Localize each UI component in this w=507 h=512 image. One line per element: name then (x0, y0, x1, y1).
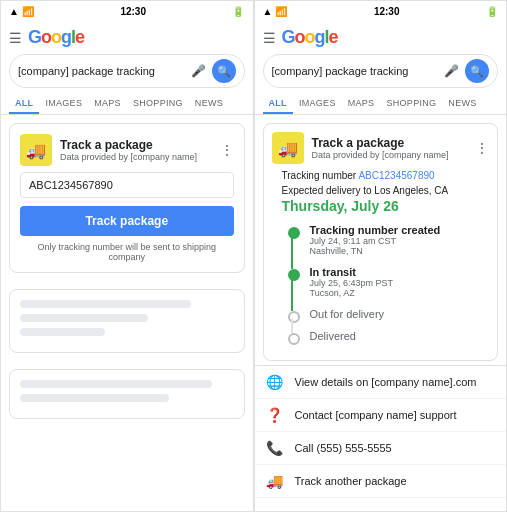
ph-line-1 (20, 300, 191, 308)
tab-shopping-right[interactable]: SHOPPING (380, 94, 442, 114)
mic-icon-right[interactable]: 🎤 (444, 64, 459, 78)
time-right: 12:30 (374, 6, 400, 17)
timeline-step-detail-2b: Tucson, AZ (310, 288, 480, 298)
tab-maps-left[interactable]: MAPS (88, 94, 127, 114)
search-input-right[interactable] (272, 65, 439, 77)
logo-o2-r: o (305, 27, 315, 48)
card-title-right: Track a package (312, 136, 449, 150)
action-text-3: Call (555) 555-5555 (295, 442, 392, 454)
tab-images-right[interactable]: IMAGES (293, 94, 342, 114)
logo-g2-r: g (315, 27, 325, 48)
more-icon-right[interactable]: ⋮ (475, 140, 489, 156)
timeline-item-created: Tracking number created July 24, 9:11 am… (298, 224, 480, 256)
status-icons-right-right: 🔋 (486, 6, 498, 17)
placeholder-card-1 (9, 289, 245, 353)
hamburger-icon-right[interactable]: ☰ (263, 30, 276, 46)
status-icons-right-left: ▲ 📶 (263, 6, 288, 17)
card-title-block-left: Track a package Data provided by [compan… (60, 138, 197, 162)
timeline-step-title-3: Out for delivery (310, 308, 480, 320)
tracking-number-row: Tracking number ABC1234567890 (282, 170, 480, 181)
google-logo-right: Google (282, 27, 338, 48)
timeline-step-detail-1b: Nashville, TN (310, 246, 480, 256)
card-title-block-right: Track a package Data provided by [compan… (312, 136, 449, 160)
tab-maps-right[interactable]: MAPS (342, 94, 381, 114)
action-call[interactable]: 📞 Call (555) 555-5555 (255, 432, 507, 465)
search-button-right[interactable]: 🔍 (465, 59, 489, 83)
timeline-item-transit: In transit July 25, 6:43pm PST Tucson, A… (298, 266, 480, 298)
search-bar-right: 🎤 🔍 (263, 54, 499, 88)
card-header-right: 🚚 Track a package Data provided by [comp… (272, 132, 490, 164)
timeline-step-detail-2a: July 25, 6:43pm PST (310, 278, 480, 288)
phone-icon: 📞 (265, 440, 285, 456)
truck-icon: 🚚 (20, 134, 52, 166)
track-note: Only tracking number will be sent to shi… (20, 242, 234, 262)
action-text-4: Track another package (295, 475, 407, 487)
action-contact-support[interactable]: ❓ Contact [company name] support (255, 399, 507, 432)
status-bar-left: ▲ 📶 12:30 🔋 (1, 1, 253, 21)
logo-o1-r: o (295, 27, 305, 48)
action-text-1: View details on [company name].com (295, 376, 477, 388)
right-panel: ▲ 📶 12:30 🔋 ☰ Google 🎤 🔍 ALL IMAGES MAPS (254, 0, 508, 512)
logo-o2: o (51, 27, 61, 48)
track-card-right: 🚚 Track a package Data provided by [comp… (263, 123, 499, 361)
card-header-left: 🚚 Track a package Data provided by [comp… (20, 134, 234, 166)
help-icon: ❓ (265, 407, 285, 423)
logo-o1: o (41, 27, 51, 48)
tracking-info: Tracking number ABC1234567890 Expected d… (272, 170, 490, 342)
card-header-info: 🚚 Track a package Data provided by [comp… (20, 134, 197, 166)
action-list: 🌐 View details on [company name].com ❓ C… (255, 365, 507, 498)
time-left: 12:30 (120, 6, 146, 17)
card-subtitle-right: Data provided by [company name] (312, 150, 449, 160)
track-package-button[interactable]: Track package (20, 206, 234, 236)
tab-news-right[interactable]: NEWS (442, 94, 482, 114)
tab-images-left[interactable]: IMAGES (39, 94, 88, 114)
tracking-number-link[interactable]: ABC1234567890 (358, 170, 434, 181)
logo-g2: g (61, 27, 71, 48)
status-icons-left: ▲ 📶 (9, 6, 34, 17)
status-icons-right: 🔋 (232, 6, 244, 17)
left-panel: ▲ 📶 12:30 🔋 ☰ Google 🎤 🔍 ALL IMAGES MAPS (0, 0, 254, 512)
ph-line-3 (20, 328, 105, 336)
logo-e-r: e (329, 27, 338, 48)
timeline-item-delivered: Delivered (298, 330, 480, 342)
search-input-left[interactable] (18, 65, 185, 77)
nav-tabs-right: ALL IMAGES MAPS SHOPPING NEWS (255, 94, 507, 115)
ph-line-2 (20, 314, 148, 322)
more-icon-left[interactable]: ⋮ (220, 142, 234, 158)
timeline-step-title-4: Delivered (310, 330, 480, 342)
placeholder-card-2 (9, 369, 245, 419)
logo-e: e (75, 27, 84, 48)
ph-line-5 (20, 394, 169, 402)
google-logo-left: Google (28, 27, 84, 48)
tab-news-left[interactable]: NEWS (189, 94, 229, 114)
tracking-timeline: Tracking number created July 24, 9:11 am… (282, 224, 480, 342)
logo-g: G (28, 27, 41, 48)
delivery-label: Expected delivery to Los Angeles, CA (282, 185, 480, 196)
track-card-left: 🚚 Track a package Data provided by [comp… (9, 123, 245, 273)
card-subtitle-left: Data provided by [company name] (60, 152, 197, 162)
timeline-item-out-delivery: Out for delivery (298, 308, 480, 320)
ph-line-4 (20, 380, 212, 388)
search-button-left[interactable]: 🔍 (212, 59, 236, 83)
battery-icon: 🔋 (232, 6, 244, 17)
timeline-step-title-2: In transit (310, 266, 480, 278)
action-track-another[interactable]: 🚚 Track another package (255, 465, 507, 498)
action-view-details[interactable]: 🌐 View details on [company name].com (255, 366, 507, 399)
tab-shopping-left[interactable]: SHOPPING (127, 94, 189, 114)
card-title-left: Track a package (60, 138, 197, 152)
signal-icon-right: 📶 (275, 6, 287, 17)
tab-all-left[interactable]: ALL (9, 94, 39, 114)
action-text-2: Contact [company name] support (295, 409, 457, 421)
timeline-step-detail-1a: July 24, 9:11 am CST (310, 236, 480, 246)
signal-icon: 📶 (22, 6, 34, 17)
header-right: ☰ Google (255, 21, 507, 54)
mic-icon-left[interactable]: 🎤 (191, 64, 206, 78)
battery-icon-right: 🔋 (486, 6, 498, 17)
hamburger-icon[interactable]: ☰ (9, 30, 22, 46)
search-bar-left: 🎤 🔍 (9, 54, 245, 88)
truck-action-icon: 🚚 (265, 473, 285, 489)
tab-all-right[interactable]: ALL (263, 94, 293, 114)
tracking-number-input[interactable] (20, 172, 234, 198)
wifi-icon: ▲ (9, 6, 19, 17)
timeline-step-title-1: Tracking number created (310, 224, 480, 236)
